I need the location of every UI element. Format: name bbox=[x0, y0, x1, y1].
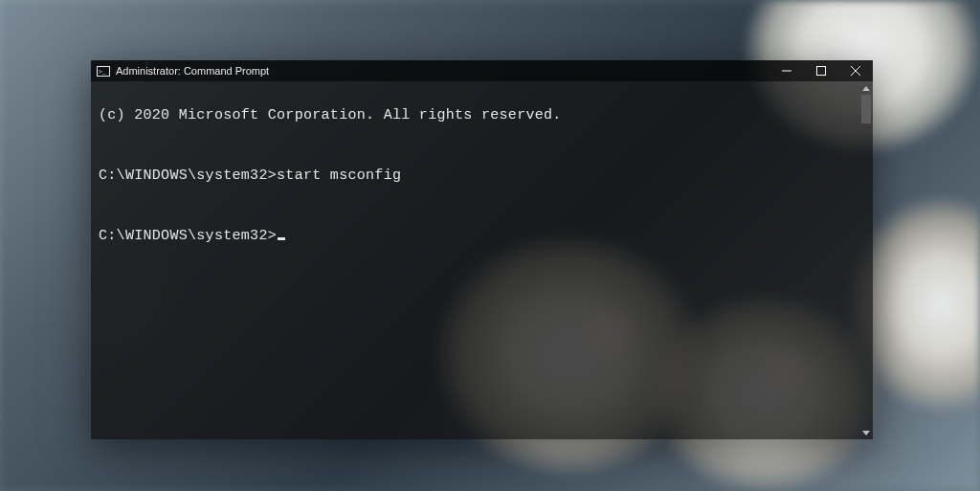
scroll-down-button[interactable] bbox=[859, 426, 873, 439]
svg-text:>_: >_ bbox=[99, 68, 106, 76]
vertical-scrollbar[interactable] bbox=[859, 81, 873, 439]
prompt-path: C:\WINDOWS\system32> bbox=[99, 167, 277, 184]
scroll-up-button[interactable] bbox=[859, 81, 873, 95]
command-prompt-window: >_ Administrator: Command Prompt bbox=[91, 60, 873, 439]
svg-rect-3 bbox=[817, 67, 826, 76]
cmd-icon: >_ bbox=[97, 65, 110, 77]
minimize-button[interactable] bbox=[769, 60, 804, 81]
close-button[interactable] bbox=[838, 60, 873, 81]
close-icon bbox=[851, 66, 860, 76]
terminal-prompt-line: C:\WINDOWS\system32> bbox=[99, 226, 852, 246]
terminal-command-line: C:\WINDOWS\system32>start msconfig bbox=[99, 166, 852, 186]
typed-command: start msconfig bbox=[277, 167, 401, 184]
chevron-up-icon bbox=[862, 86, 870, 91]
maximize-button[interactable] bbox=[804, 60, 838, 81]
scroll-thumb[interactable] bbox=[861, 95, 871, 123]
window-controls bbox=[769, 60, 873, 81]
minimize-icon bbox=[782, 66, 791, 76]
terminal-area[interactable]: (c) 2020 Microsoft Corporation. All righ… bbox=[91, 81, 873, 439]
window-title: Administrator: Command Prompt bbox=[116, 65, 269, 77]
maximize-icon bbox=[816, 66, 826, 76]
text-cursor bbox=[278, 237, 285, 240]
terminal-copyright-line: (c) 2020 Microsoft Corporation. All righ… bbox=[99, 105, 852, 125]
chevron-down-icon bbox=[862, 431, 870, 435]
titlebar[interactable]: >_ Administrator: Command Prompt bbox=[91, 60, 873, 81]
terminal-content[interactable]: (c) 2020 Microsoft Corporation. All righ… bbox=[91, 81, 859, 439]
prompt-path: C:\WINDOWS\system32> bbox=[99, 228, 277, 244]
